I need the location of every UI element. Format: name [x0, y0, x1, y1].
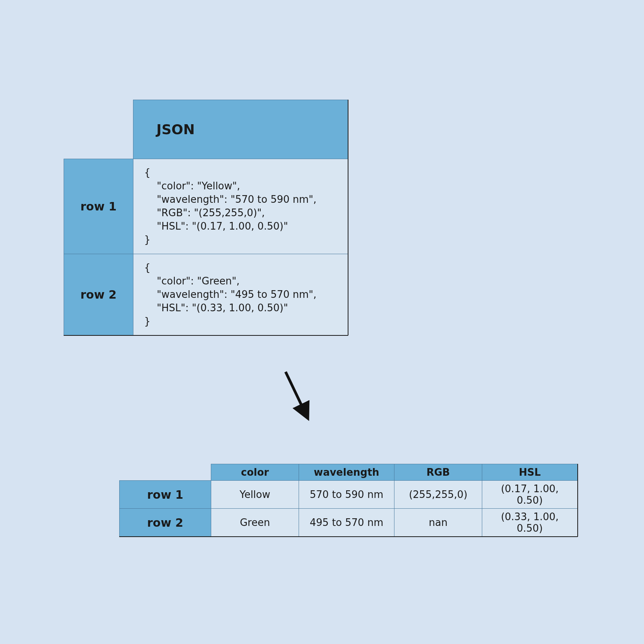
json-table-corner-blank	[64, 100, 133, 159]
out-cell: Green	[211, 509, 299, 537]
out-cell: nan	[394, 509, 482, 537]
out-cell: (255,255,0)	[394, 481, 482, 509]
diagram-stage: JSON row 1 { "color": "Yellow", "wavelen…	[0, 0, 644, 644]
out-table-row: row 2 Green 495 to 570 nm nan (0.33, 1.0…	[120, 509, 578, 537]
json-cell: { "color": "Yellow", "wavelength": "570 …	[133, 159, 348, 254]
json-table-row: row 2 { "color": "Green", "wavelength": …	[64, 254, 348, 335]
out-cell: Yellow	[211, 481, 299, 509]
out-col-header: HSL	[482, 464, 578, 481]
out-table-row: row 1 Yellow 570 to 590 nm (255,255,0) (…	[120, 481, 578, 509]
json-source-table: JSON row 1 { "color": "Yellow", "wavelen…	[64, 100, 348, 335]
json-column-header: JSON	[133, 100, 348, 159]
json-row-label: row 2	[64, 254, 133, 335]
arrow-down-icon	[280, 368, 314, 422]
out-col-header: color	[211, 464, 299, 481]
json-row-label: row 1	[64, 159, 133, 254]
out-table-corner-blank	[120, 464, 211, 481]
out-row-label: row 1	[120, 481, 211, 509]
output-dataframe-table: color wavelength RGB HSL row 1 Yellow 57…	[119, 464, 578, 537]
out-cell: (0.33, 1.00, 0.50)	[482, 509, 578, 537]
out-col-header: RGB	[394, 464, 482, 481]
svg-line-0	[286, 372, 307, 416]
json-table-row: row 1 { "color": "Yellow", "wavelength":…	[64, 159, 348, 254]
out-cell: (0.17, 1.00, 0.50)	[482, 481, 578, 509]
out-row-label: row 2	[120, 509, 211, 537]
json-cell: { "color": "Green", "wavelength": "495 t…	[133, 254, 348, 335]
out-cell: 495 to 570 nm	[299, 509, 394, 537]
out-cell: 570 to 590 nm	[299, 481, 394, 509]
out-col-header: wavelength	[299, 464, 394, 481]
